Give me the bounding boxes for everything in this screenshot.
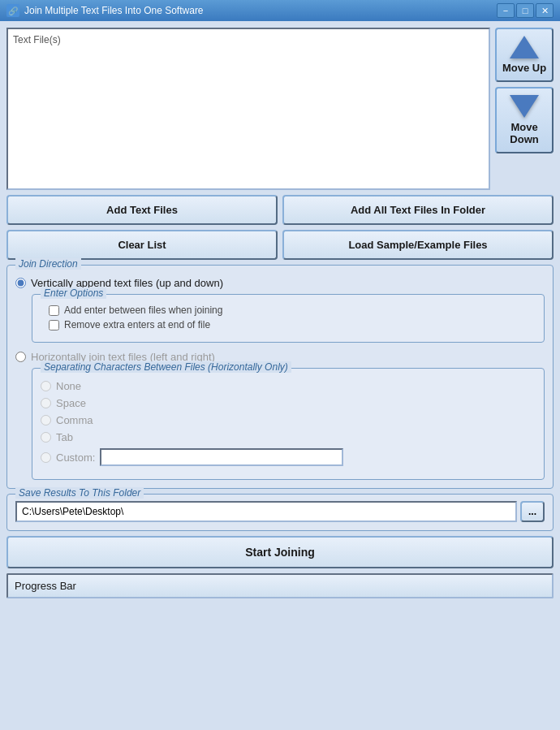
- add-enter-label[interactable]: Add enter between files when joining: [49, 305, 536, 316]
- title-bar: 🔗 Join Multiple Text Files Into One Soft…: [0, 0, 560, 21]
- enter-options-container: Enter Options Add enter between files wh…: [32, 294, 545, 343]
- app-icon: 🔗: [6, 4, 19, 17]
- start-joining-button[interactable]: Start Joining: [6, 536, 554, 568]
- load-sample-files-button[interactable]: Load Sample/Example Files: [282, 230, 554, 260]
- remove-extra-enters-checkbox[interactable]: [49, 320, 59, 330]
- horizontal-radio[interactable]: [15, 352, 26, 362]
- sep-chars-group: Separating Characters Between Files (Hor…: [32, 368, 545, 480]
- save-folder-group: Save Results To This Folder ...: [6, 494, 554, 531]
- move-up-button[interactable]: Move Up: [495, 28, 554, 82]
- custom-radio-text: Custom:: [56, 451, 95, 464]
- custom-radio[interactable]: [41, 452, 51, 463]
- enter-options-group: Enter Options Add enter between files wh…: [32, 294, 545, 343]
- save-folder-title: Save Results To This Folder: [15, 487, 144, 499]
- comma-radio-label[interactable]: Comma: [41, 414, 536, 426]
- close-button[interactable]: ✕: [536, 3, 554, 18]
- file-list-row: Text File(s) Move Up Move Down: [6, 28, 554, 190]
- join-direction-title: Join Direction: [15, 258, 81, 270]
- tab-radio-text: Tab: [56, 431, 73, 443]
- space-radio[interactable]: [41, 398, 51, 408]
- join-direction-group: Join Direction Vertically append text fi…: [6, 265, 554, 489]
- space-radio-text: Space: [56, 397, 86, 409]
- main-container: Text File(s) Move Up Move Down Add Text …: [0, 21, 560, 605]
- remove-extra-enters-label[interactable]: Remove extra enters at end of file: [49, 319, 536, 330]
- sep-chars-title: Separating Characters Between Files (Hor…: [41, 361, 291, 373]
- minimize-button[interactable]: −: [497, 3, 515, 18]
- move-down-button[interactable]: Move Down: [495, 87, 554, 153]
- vertical-radio[interactable]: [15, 278, 26, 288]
- tab-radio[interactable]: [41, 432, 51, 443]
- browse-button[interactable]: ...: [520, 501, 545, 522]
- custom-input[interactable]: [100, 448, 343, 466]
- window-controls: − □ ✕: [497, 3, 554, 18]
- add-all-text-files-button[interactable]: Add All Text Files In Folder: [282, 195, 554, 225]
- save-folder-row: ...: [15, 501, 545, 522]
- none-radio-label[interactable]: None: [41, 380, 536, 392]
- add-enter-text: Add enter between files when joining: [64, 305, 222, 316]
- tab-radio-label[interactable]: Tab: [41, 431, 536, 443]
- sep-chars-container: Separating Characters Between Files (Hor…: [32, 368, 545, 480]
- add-text-files-button[interactable]: Add Text Files: [6, 195, 278, 225]
- move-up-label: Move Up: [502, 62, 546, 74]
- arrow-down-icon: [510, 95, 539, 118]
- space-radio-label[interactable]: Space: [41, 397, 536, 409]
- enter-options-title: Enter Options: [41, 287, 106, 299]
- folder-path-input[interactable]: [15, 501, 517, 522]
- progress-bar: Progress Bar: [6, 573, 554, 598]
- custom-radio-label[interactable]: Custom:: [41, 448, 536, 466]
- move-down-label: Move Down: [500, 121, 549, 145]
- maximize-button[interactable]: □: [516, 3, 534, 18]
- file-list-label: Text File(s): [11, 32, 485, 47]
- clear-list-button[interactable]: Clear List: [6, 230, 278, 260]
- move-buttons-container: Move Up Move Down: [495, 28, 554, 190]
- add-enter-checkbox[interactable]: [49, 305, 59, 316]
- window-title: Join Multiple Text Files Into One Softwa…: [24, 5, 497, 16]
- action-buttons-row-1: Add Text Files Add All Text Files In Fol…: [6, 195, 554, 225]
- none-radio-text: None: [56, 380, 81, 392]
- comma-radio-text: Comma: [56, 414, 93, 426]
- file-list-box[interactable]: Text File(s): [6, 28, 490, 190]
- none-radio[interactable]: [41, 381, 51, 391]
- arrow-up-icon: [510, 36, 539, 58]
- comma-radio[interactable]: [41, 415, 51, 425]
- action-buttons-row-2: Clear List Load Sample/Example Files: [6, 230, 554, 260]
- remove-extra-enters-text: Remove extra enters at end of file: [64, 319, 210, 330]
